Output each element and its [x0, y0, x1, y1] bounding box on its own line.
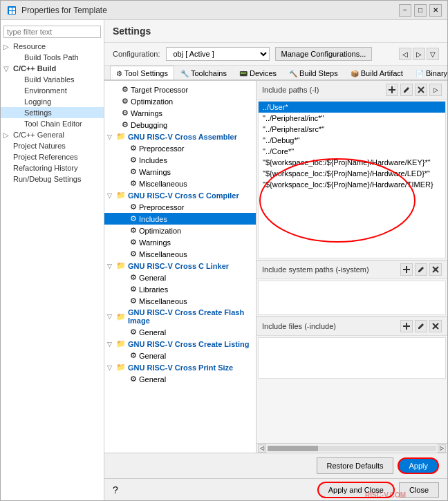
sidebar-item-ccpp-build[interactable]: ▽ C/C++ Build [1, 63, 104, 74]
system-edit-button[interactable] [415, 263, 427, 276]
sidebar-item-run-debug-settings[interactable]: Run/Debug Settings [1, 173, 104, 185]
sidebar-item-resource[interactable]: ▷ Resource [1, 41, 104, 52]
tab-tool-settings[interactable]: ⚙ Tool Settings [110, 66, 174, 80]
config-label: Configuration: [113, 50, 160, 58]
tree-item-linker-libraries[interactable]: ⚙ Libraries [104, 283, 256, 295]
add-icon [402, 322, 411, 330]
tab-label: Build Steps [299, 69, 338, 77]
include-path-item[interactable]: "${workspace_loc:/${ProjName}/Hardware/K… [259, 157, 445, 168]
gnu-c-compiler-icon: 📁 [116, 191, 126, 200]
nav-fwd-button[interactable]: ▷ [413, 48, 425, 60]
tree-item-cc-preprocessor[interactable]: ⚙ Preprocessor [104, 201, 256, 213]
sidebar-item-build-tools-path[interactable]: Build Tools Path [1, 52, 104, 63]
tree-item-gnu-print[interactable]: ▽ 📁 GNU RISC-V Cross Print Size [104, 361, 256, 373]
sidebar-item-tool-chain-editor[interactable]: Tool Chain Editor [1, 118, 104, 129]
restore-defaults-button[interactable]: Restore Defaults [317, 457, 394, 474]
sidebar-item-logging[interactable]: Logging [1, 96, 104, 107]
minimize-button[interactable]: − [399, 4, 411, 17]
tree-item-debugging[interactable]: ⚙ Debugging [104, 119, 256, 131]
tree-item-asm-warnings[interactable]: ⚙ Warnings [104, 166, 256, 178]
asm-warnings-icon: ⚙ [130, 167, 137, 176]
sidebar-item-ccpp-general[interactable]: ▷ C/C++ General [1, 129, 104, 140]
nav-down-button[interactable]: ▽ [427, 48, 439, 60]
edit-icon [417, 322, 425, 330]
tree-item-gnu-c-compiler[interactable]: ▽ 📁 GNU RISC-V Cross C Compiler [104, 189, 256, 201]
tab-build-artifact[interactable]: 📦 Build Artifact [344, 66, 409, 80]
horizontal-scrollbar[interactable]: ◁ ▷ [256, 443, 447, 453]
tree-item-linker-miscellaneous[interactable]: ⚙ Miscellaneous [104, 295, 256, 307]
tree-item-asm-includes[interactable]: ⚙ Includes [104, 154, 256, 166]
tree-item-target-processor[interactable]: ⚙ Target Processor [104, 84, 256, 95]
tree-item-optimization[interactable]: ⚙ Optimization [104, 95, 256, 107]
include-path-item[interactable]: "../Debug*" [259, 135, 445, 146]
close-button[interactable]: ✕ [429, 4, 442, 17]
tree-item-asm-preprocessor[interactable]: ⚙ Preprocessor [104, 142, 256, 154]
include-path-item[interactable]: "${workspace_loc:/${ProjName}/Hardware/L… [259, 168, 445, 179]
tree-item-label: Optimization [131, 97, 173, 106]
bottom-bar: Restore Defaults Apply [104, 453, 447, 478]
tree-item-label: GNU RISC-V Cross Print Size [128, 363, 233, 372]
sidebar-item-build-variables[interactable]: Build Variables [1, 74, 104, 85]
tab-binary-pa[interactable]: 📄 Binary Pa [409, 66, 447, 80]
scroll-left-button[interactable]: ◁ [258, 444, 266, 453]
include-paths-header: Include paths (-I) [256, 81, 447, 100]
include-more-button[interactable]: ▷ [429, 84, 442, 96]
files-edit-button[interactable] [415, 320, 427, 332]
help-button[interactable]: ? [113, 484, 118, 495]
sidebar-item-environment[interactable]: Environment [1, 85, 104, 96]
config-select[interactable]: obj [ Active ] [166, 47, 270, 61]
include-path-item[interactable]: "../Peripheral/src*" [259, 124, 445, 135]
scroll-track[interactable] [268, 446, 436, 451]
tab-build-steps[interactable]: 🔨 Build Steps [283, 66, 344, 80]
tree-item-linker-general[interactable]: ⚙ General [104, 272, 256, 283]
system-delete-button[interactable] [429, 263, 442, 276]
tree-item-listing-general[interactable]: ⚙ General [104, 350, 256, 361]
nav-back-button[interactable]: ◁ [399, 48, 411, 60]
edit-icon [417, 265, 425, 274]
tree-item-gnu-flash[interactable]: ▽ 📁 GNU RISC-V Cross Create Flash Image [104, 307, 256, 326]
close-button-footer[interactable]: Close [399, 482, 439, 498]
tree-item-print-general[interactable]: ⚙ General [104, 373, 256, 385]
tree-item-gnu-listing[interactable]: ▽ 📁 GNU RISC-V Cross Create Listing [104, 338, 256, 350]
tree-item-asm-miscellaneous[interactable]: ⚙ Miscellaneous [104, 178, 256, 189]
manage-configurations-button[interactable]: Manage Configurations... [275, 47, 373, 61]
tree-item-cc-miscellaneous[interactable]: ⚙ Miscellaneous [104, 248, 256, 260]
tree-item-flash-general[interactable]: ⚙ General [104, 326, 256, 338]
gnu-c-linker-icon: 📁 [116, 261, 126, 270]
tab-devices[interactable]: 📟 Devices [233, 66, 283, 80]
scroll-right-button[interactable]: ▷ [438, 444, 446, 453]
tree-item-cc-optimization[interactable]: ⚙ Optimization [104, 225, 256, 236]
tab-toolchains[interactable]: 🔧 Toolchains [174, 66, 233, 80]
asm-miscellaneous-icon: ⚙ [130, 179, 137, 188]
include-path-item[interactable]: ../User* [259, 102, 445, 113]
sidebar-item-refactoring-history[interactable]: Refactoring History [1, 162, 104, 173]
filter-input[interactable] [3, 26, 101, 38]
system-add-button[interactable] [400, 263, 413, 276]
gnu-flash-icon: 📁 [116, 312, 126, 321]
tree-item-warnings[interactable]: ⚙ Warnings [104, 107, 256, 119]
tree-item-cc-warnings[interactable]: ⚙ Warnings [104, 236, 256, 248]
include-edit-button[interactable] [400, 84, 413, 96]
include-path-item[interactable]: "../Peripheral/inc*" [259, 113, 445, 124]
maximize-button[interactable]: □ [414, 4, 427, 17]
include-path-item[interactable]: "${workspace_loc:/${ProjName}/Hardware/T… [259, 179, 445, 190]
tab-label: Build Artifact [361, 69, 403, 77]
include-add-button[interactable] [386, 84, 398, 96]
include-path-item[interactable]: "../Core*" [259, 146, 445, 157]
sidebar-item-project-natures[interactable]: Project Natures [1, 140, 104, 151]
properties-window: Properties for Template − □ ✕ ▷ Resource… [0, 0, 448, 501]
files-add-button[interactable] [400, 320, 413, 332]
sidebar-item-project-references[interactable]: Project References [1, 151, 104, 162]
apply-close-button[interactable]: Apply and Close [317, 482, 395, 498]
files-delete-button[interactable] [429, 320, 442, 332]
include-delete-button[interactable] [415, 84, 427, 96]
gnu-listing-arrow: ▽ [107, 341, 114, 348]
tree-item-cc-includes[interactable]: ⚙ Includes [104, 213, 256, 225]
sidebar-item-settings[interactable]: Settings [1, 107, 104, 118]
apply-button[interactable]: Apply [398, 457, 439, 474]
warnings-icon: ⚙ [122, 108, 129, 117]
tree-item-gnu-assembler[interactable]: ▽ 📁 GNU RISC-V Cross Assembler [104, 131, 256, 142]
target-processor-icon: ⚙ [122, 85, 129, 94]
sidebar-item-label: Environment [24, 86, 67, 95]
tree-item-gnu-c-linker[interactable]: ▽ 📁 GNU RISC-V Cross C Linker [104, 260, 256, 272]
